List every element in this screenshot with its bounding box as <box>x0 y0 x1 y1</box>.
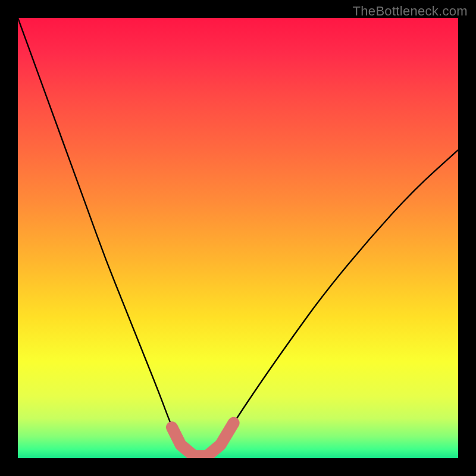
gradient-background <box>18 18 458 458</box>
plot-area <box>18 18 458 458</box>
watermark-text: TheBottleneck.com <box>353 4 468 19</box>
plot-svg <box>18 18 458 458</box>
chart-frame: TheBottleneck.com <box>0 0 476 476</box>
